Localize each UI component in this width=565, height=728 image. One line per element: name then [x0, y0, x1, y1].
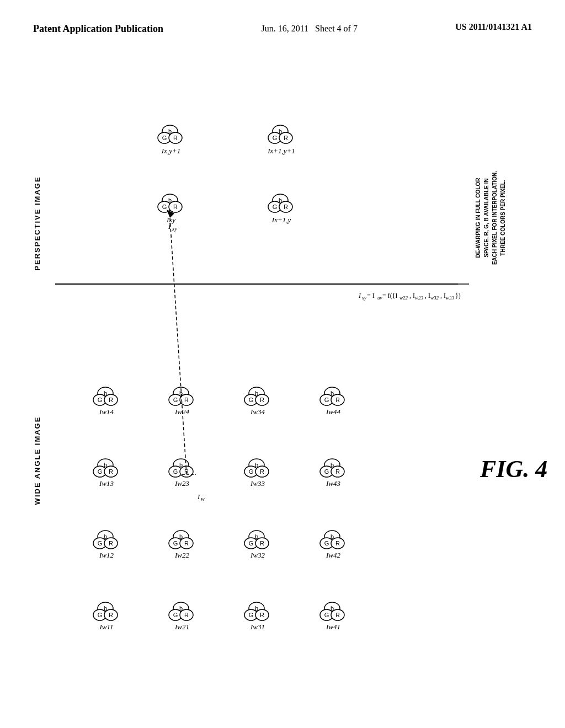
svg-text:G: G: [98, 468, 103, 475]
svg-text:R: R: [335, 612, 340, 618]
publication-title: Patent Application Publication: [33, 22, 163, 36]
page-header: Patent Application Publication Jun. 16, …: [0, 0, 565, 47]
svg-text:Iw41: Iw41: [326, 623, 340, 631]
svg-text:Iw42: Iw42: [326, 551, 341, 559]
camera-Iw22: b G R Iw22: [169, 531, 193, 559]
svg-text:Iw14: Iw14: [99, 408, 114, 416]
svg-text:, I: , I: [425, 292, 430, 299]
svg-text:R: R: [173, 204, 178, 210]
svg-text:G: G: [249, 540, 254, 547]
svg-text:R: R: [260, 468, 264, 475]
svg-text:G: G: [273, 135, 278, 141]
svg-text:Ix+1,y+1: Ix+1,y+1: [267, 147, 295, 155]
svg-text:G: G: [273, 204, 278, 210]
svg-text:Iw13: Iw13: [99, 479, 114, 488]
svg-text:R: R: [109, 397, 113, 403]
camera-Iw43: b G R Iw43: [320, 459, 344, 488]
svg-text:R: R: [109, 540, 113, 547]
formula-text: I: [358, 292, 361, 299]
camera-Iw41: b G R Iw41: [320, 602, 344, 631]
svg-text:R: R: [260, 612, 264, 618]
svg-text:G: G: [249, 612, 254, 618]
svg-text:uv: uv: [377, 295, 382, 301]
camera-cluster-Ixy1: b G R Ix,y+1: [158, 125, 182, 155]
svg-text:Iw33: Iw33: [250, 479, 265, 488]
patent-diagram: PERSPECTIVE IMAGE WIDE ANGLE IMAGE b G R…: [0, 47, 565, 709]
svg-text:G: G: [162, 135, 167, 141]
annotation-text-3: EACH PIXEL FOR INTERPOLATION.: [492, 171, 498, 265]
svg-text:Iw22: Iw22: [174, 551, 190, 559]
svg-text:G: G: [173, 612, 178, 618]
dashed-arrow-line: [170, 218, 186, 474]
annotation-text-2: SPACE, R, G, B AVAILABLE IN: [483, 178, 489, 258]
camera-Iw32: b G R Iw32: [244, 531, 269, 559]
svg-text:Iw32: Iw32: [250, 551, 265, 559]
camera-Iw31: b G R Iw31: [244, 602, 269, 631]
svg-text:R: R: [284, 204, 288, 210]
svg-text:= f({I: = f({I: [382, 292, 398, 299]
camera-Iw14: b G R Iw14: [93, 387, 118, 416]
svg-text:G: G: [98, 612, 103, 618]
annotation-text-4: THREE COLORS PER PIXEL.: [500, 180, 506, 255]
svg-text:xy: xy: [172, 226, 177, 232]
svg-text:G: G: [98, 397, 103, 403]
svg-text:w22: w22: [399, 295, 408, 301]
svg-text:, I: , I: [440, 292, 446, 299]
svg-text:R: R: [335, 468, 340, 475]
camera-cluster-Ix1y1: b G R Ix+1,y+1: [267, 125, 295, 155]
svg-text:G: G: [173, 540, 178, 547]
svg-text:Iw34: Iw34: [250, 408, 265, 416]
svg-text:R: R: [173, 135, 178, 141]
svg-text:R: R: [109, 468, 113, 475]
svg-text:w32: w32: [430, 295, 439, 301]
svg-text:w23: w23: [415, 295, 424, 301]
svg-text:Iw12: Iw12: [99, 551, 114, 559]
svg-text:Iw43: Iw43: [326, 479, 341, 488]
svg-text:G: G: [324, 540, 329, 547]
camera-Iw12: b G R Iw12: [93, 531, 118, 559]
camera-cluster-Ix1y: b G R Ix+1,y: [268, 194, 292, 224]
publication-date: Jun. 16, 2011 Sheet 4 of 7: [261, 22, 358, 35]
camera-Iw33: b G R Iw33: [244, 459, 269, 488]
svg-text:R: R: [109, 612, 113, 618]
svg-text:w33: w33: [446, 295, 455, 301]
perspective-image-label: PERSPECTIVE IMAGE: [33, 176, 41, 271]
svg-text:G: G: [324, 612, 329, 618]
camera-Iw13: b G R Iw13: [93, 459, 118, 488]
diagram-area: PERSPECTIVE IMAGE WIDE ANGLE IMAGE b G R…: [0, 47, 565, 709]
svg-text:G: G: [249, 397, 254, 403]
svg-text:R: R: [335, 397, 340, 403]
camera-Iw23: b G R Iw23: [169, 459, 193, 488]
svg-text:Ix+1,y: Ix+1,y: [271, 216, 291, 224]
svg-text:G: G: [249, 468, 254, 475]
svg-text:w: w: [201, 496, 205, 502]
svg-text:G: G: [173, 397, 178, 403]
svg-text:G: G: [173, 468, 178, 475]
patent-number: US 2011/0141321 A1: [455, 22, 532, 32]
svg-text:R: R: [184, 612, 189, 618]
camera-Iw11: b G R Iw11: [93, 602, 118, 631]
camera-Iw44: b G R Iw44: [320, 387, 344, 416]
svg-text:G: G: [98, 540, 103, 547]
fig-label: FIG. 4: [479, 456, 547, 483]
svg-text:R: R: [184, 540, 189, 547]
svg-text:R: R: [284, 135, 288, 141]
camera-Iw21: b G R Iw21: [169, 602, 193, 631]
svg-text:Iw11: Iw11: [99, 623, 113, 631]
svg-text:Iw31: Iw31: [250, 623, 265, 631]
svg-text:G: G: [162, 204, 167, 210]
svg-text:R: R: [184, 397, 189, 403]
svg-text:= I: = I: [367, 292, 375, 299]
svg-text:R: R: [260, 397, 264, 403]
iw-label: I: [197, 493, 200, 501]
svg-text:, I: , I: [409, 292, 415, 299]
svg-text:Iw23: Iw23: [174, 479, 190, 488]
svg-text:Iw21: Iw21: [174, 623, 189, 631]
svg-text:Ix,y+1: Ix,y+1: [161, 147, 180, 155]
svg-text:R: R: [260, 540, 264, 547]
camera-Iw42: b G R Iw42: [320, 531, 344, 559]
svg-text:R: R: [335, 540, 340, 547]
svg-text:Iw24: Iw24: [174, 408, 190, 416]
svg-text:Iw44: Iw44: [326, 408, 341, 416]
annotation-text-1: DE-WARPING IN FULL COLOR: [475, 178, 481, 258]
